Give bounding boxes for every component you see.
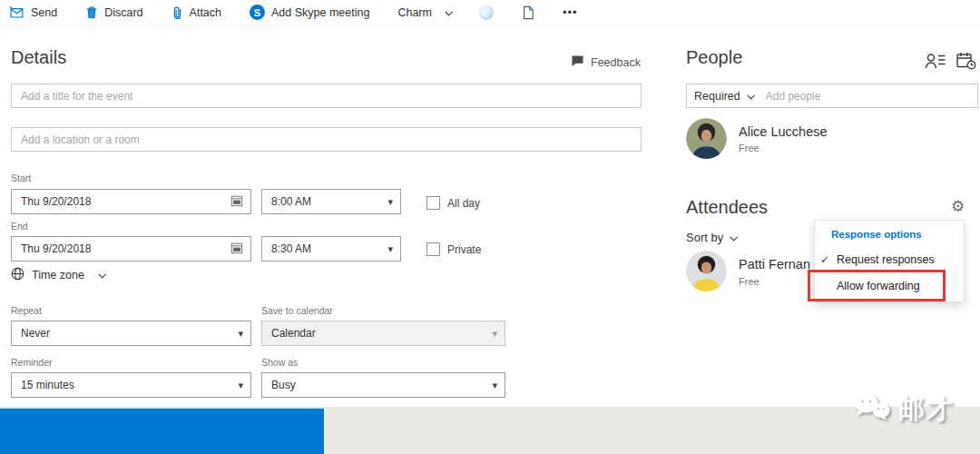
required-dropdown[interactable]: Required — [694, 90, 753, 103]
attach-button[interactable]: Attach — [172, 5, 221, 20]
chevron-down-icon — [747, 92, 754, 99]
event-location-input[interactable] — [11, 127, 642, 152]
attendee-status: Free — [739, 143, 760, 153]
end-time-value: 8:30 AM — [271, 242, 311, 255]
add-skype-meeting-button[interactable]: S Add Skype meeting — [250, 5, 369, 20]
scheduling-assistant-icon[interactable] — [956, 52, 976, 74]
feedback-button[interactable]: Feedback — [571, 54, 641, 70]
private-label: Private — [447, 243, 481, 256]
send-label: Send — [31, 6, 57, 19]
time-zone-toggle[interactable]: Time zone — [11, 267, 104, 283]
end-time-dropdown[interactable]: 8:30 AM ▾ — [261, 236, 401, 262]
dropdown-arrow-icon: ▾ — [387, 244, 393, 254]
start-date-value: Thu 9/20/2018 — [21, 195, 91, 208]
menu-item-request-responses[interactable]: ✓ Request responses — [820, 253, 935, 266]
command-toolbar: Send Discard Attach S Add Skype meeting … — [0, 0, 980, 25]
attendee-name[interactable]: Alice Lucchese — [739, 124, 828, 139]
start-time-dropdown[interactable]: 8:00 AM ▾ — [261, 189, 401, 214]
open-in-new-window-button[interactable] — [522, 5, 534, 20]
chevron-down-icon — [445, 8, 452, 15]
end-label: End — [11, 221, 28, 232]
end-date-value: Thu 9/20/2018 — [21, 242, 91, 255]
show-as-value: Busy — [271, 379, 296, 391]
more-commands-button[interactable]: ••• — [563, 5, 578, 19]
attach-label: Attach — [190, 6, 221, 19]
reminder-value: 15 minutes — [21, 379, 74, 391]
charm-label: Charm — [397, 6, 432, 19]
end-date-picker[interactable]: Thu 9/20/2018 — [11, 236, 251, 262]
send-icon — [9, 5, 24, 19]
save-to-calendar-dropdown: Calendar ▾ — [261, 321, 505, 346]
start-time-value: 8:00 AM — [271, 195, 311, 208]
discard-button[interactable]: Discard — [85, 5, 142, 19]
send-button[interactable]: Send — [9, 5, 57, 19]
skype-icon: S — [250, 5, 265, 20]
charm-preview-button[interactable] — [479, 5, 494, 20]
add-people-input[interactable] — [766, 90, 970, 103]
check-icon: ✓ — [820, 253, 837, 266]
discard-label: Discard — [104, 6, 142, 19]
attendees-heading: Attendees — [686, 197, 768, 218]
event-compose-window: Send Discard Attach S Add Skype meeting … — [0, 0, 980, 454]
private-checkbox[interactable] — [426, 242, 440, 256]
watermark: 邮才 — [851, 391, 955, 428]
charm-dropdown[interactable]: Charm — [397, 6, 451, 19]
contact-list-icon[interactable] — [925, 52, 946, 74]
menu-item-label: Request responses — [837, 253, 935, 266]
paperclip-icon — [172, 5, 183, 20]
dropdown-arrow-icon: ▾ — [238, 329, 243, 339]
trash-icon — [85, 5, 98, 19]
charm-swirl-icon — [479, 5, 494, 20]
calendar-icon — [230, 242, 243, 257]
globe-icon — [11, 267, 24, 283]
repeat-dropdown[interactable]: Never ▾ — [11, 321, 251, 346]
feedback-label: Feedback — [591, 56, 641, 69]
gear-icon[interactable]: ⚙ — [951, 199, 965, 214]
add-people-field[interactable]: Required — [686, 84, 978, 108]
time-zone-label: Time zone — [32, 269, 84, 281]
chevron-down-icon — [98, 271, 105, 278]
calendar-icon — [230, 194, 243, 210]
avatar[interactable] — [686, 118, 727, 159]
event-title-input[interactable] — [11, 84, 642, 108]
save-to-calendar-label: Save to calendar — [261, 305, 333, 316]
attendee-name[interactable]: Patti Fernan — [739, 257, 810, 271]
dropdown-arrow-icon: ▾ — [492, 329, 497, 339]
all-day-label: All day — [447, 197, 480, 210]
response-options-header: Response options — [831, 229, 922, 240]
avatar[interactable] — [686, 251, 727, 291]
dropdown-arrow-icon: ▾ — [492, 380, 497, 390]
feedback-bubble-icon — [571, 54, 584, 70]
sort-by-dropdown[interactable]: Sort by — [686, 231, 736, 244]
sort-by-label: Sort by — [686, 231, 723, 244]
document-icon — [522, 5, 534, 20]
watermark-text: 邮才 — [898, 391, 955, 428]
show-as-dropdown[interactable]: Busy ▾ — [261, 372, 505, 398]
repeat-value: Never — [21, 327, 50, 340]
people-heading: People — [686, 47, 742, 68]
details-heading: Details — [11, 47, 66, 68]
reminder-dropdown[interactable]: 15 minutes ▾ — [11, 372, 251, 398]
reminder-label: Reminder — [11, 357, 53, 368]
start-date-picker[interactable]: Thu 9/20/2018 — [11, 189, 251, 214]
start-label: Start — [11, 173, 31, 183]
chevron-down-icon — [730, 233, 738, 241]
save-to-calendar-value: Calendar — [271, 327, 316, 340]
wechat-icon — [851, 391, 893, 428]
dropdown-arrow-icon: ▾ — [238, 380, 243, 390]
ellipsis-icon: ••• — [563, 5, 578, 19]
dropdown-arrow-icon: ▾ — [387, 197, 393, 207]
body-editor-selection[interactable] — [0, 407, 324, 454]
show-as-label: Show as — [261, 357, 298, 368]
attendee-status: Free — [739, 276, 760, 287]
skype-label: Add Skype meeting — [271, 6, 369, 19]
required-label: Required — [694, 90, 740, 103]
annotation-highlight-box — [808, 270, 946, 301]
all-day-checkbox[interactable] — [426, 196, 440, 210]
repeat-label: Repeat — [11, 305, 42, 316]
